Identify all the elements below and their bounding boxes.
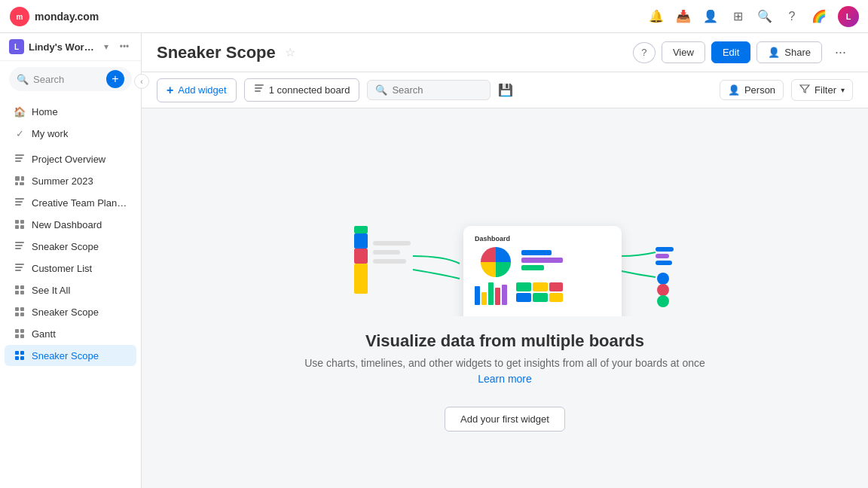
user-avatar[interactable]: L: [838, 6, 859, 27]
main-layout: L Lindy's Worksp... ▾ ••• 🔍 Search + 🏠: [0, 33, 868, 488]
learn-more-link[interactable]: Learn more: [478, 373, 532, 385]
svg-rect-31: [20, 329, 24, 333]
svg-rect-63: [533, 293, 548, 302]
toolbar: + Add widget 1 connected board 🔍 💾 👤 Per…: [142, 72, 868, 108]
search-input[interactable]: [392, 84, 482, 96]
sidebar-item-my-work-label: My work: [32, 128, 68, 139]
sidebar-item-project-overview[interactable]: Project Overview: [5, 148, 136, 169]
sidebar-item-sneaker-scope-1-label: Sneaker Scope: [32, 241, 99, 252]
svg-rect-33: [20, 334, 24, 338]
svg-rect-40: [255, 90, 261, 92]
svg-rect-35: [20, 351, 24, 355]
rainbow-icon[interactable]: 🌈: [811, 8, 827, 25]
sidebar-item-creative-team[interactable]: Creative Team Planning: [5, 192, 136, 213]
sidebar-workspace-name: Lindy's Worksp...: [29, 41, 94, 53]
filter-button[interactable]: Filter ▾: [791, 79, 853, 101]
sidebar-item-gantt[interactable]: Gantt: [5, 323, 136, 344]
svg-rect-7: [15, 182, 18, 185]
sidebar-add-button[interactable]: +: [106, 70, 124, 88]
search-icon[interactable]: 🔍: [756, 8, 773, 25]
add-first-widget-button[interactable]: Add your first widget: [445, 407, 565, 432]
bell-icon[interactable]: 🔔: [648, 8, 665, 25]
svg-rect-61: [549, 282, 563, 291]
svg-rect-44: [354, 226, 368, 233]
sidebar-item-sneaker-scope-1[interactable]: Sneaker Scope: [5, 236, 136, 257]
grid-icon-gantt: [14, 328, 26, 340]
svg-rect-3: [15, 157, 23, 159]
plus-icon: +: [167, 84, 173, 97]
sidebar-item-summer-2023-label: Summer 2023: [32, 175, 93, 187]
sidebar-search-box[interactable]: 🔍 Search +: [9, 67, 132, 91]
svg-rect-20: [15, 267, 23, 268]
sidebar-item-summer-2023[interactable]: Summer 2023: [5, 170, 136, 191]
sidebar-item-home[interactable]: 🏠 Home: [5, 101, 136, 122]
empty-state-title: Visualize data from multiple boards: [304, 331, 705, 351]
person-label: Person: [744, 84, 775, 96]
topbar-icons: 🔔 📥 👤 ⊞ 🔍 ? 🌈 L: [648, 6, 859, 27]
empty-state-description: Use charts, timelines, and other widgets…: [304, 357, 705, 369]
svg-rect-4: [15, 160, 21, 162]
apps-icon[interactable]: ⊞: [729, 8, 746, 25]
svg-rect-19: [15, 264, 24, 265]
edit-button[interactable]: Edit: [711, 41, 750, 63]
save-icon[interactable]: 💾: [498, 83, 513, 97]
sidebar-search-icon: 🔍: [17, 74, 29, 85]
sidebar-item-sneaker-scope-2-label: Sneaker Scope: [32, 307, 99, 318]
svg-rect-24: [15, 291, 19, 294]
person-filter-button[interactable]: 👤 Person: [720, 80, 784, 100]
svg-rect-56: [488, 282, 494, 305]
page-star-icon[interactable]: ☆: [285, 45, 295, 59]
svg-rect-16: [15, 242, 24, 243]
sidebar-item-customer-list[interactable]: Customer List: [5, 258, 136, 279]
svg-rect-15: [20, 225, 24, 229]
dashboard-illustration: Dashboard: [324, 166, 686, 316]
connected-board-button[interactable]: 1 connected board: [244, 78, 360, 102]
dashboard-icon-summer: [14, 175, 26, 187]
sidebar-item-new-dashboard-label: New Dashboard: [32, 219, 102, 230]
sidebar-item-sneaker-scope-2[interactable]: Sneaker Scope: [5, 301, 136, 322]
sidebar-chevron-down-icon[interactable]: ▾: [99, 39, 114, 54]
toolbar-search-icon: 🔍: [375, 84, 387, 96]
add-widget-button[interactable]: + Add widget: [157, 78, 237, 102]
svg-rect-38: [255, 84, 264, 86]
svg-rect-6: [21, 176, 24, 181]
svg-rect-59: [516, 282, 531, 291]
svg-rect-8: [20, 182, 24, 185]
sidebar-search-area: 🔍 Search +: [0, 61, 141, 97]
svg-rect-52: [521, 258, 563, 263]
share-button[interactable]: 👤 Share: [756, 41, 822, 63]
svg-rect-10: [15, 201, 23, 203]
sidebar-item-sneaker-scope-3[interactable]: Sneaker Scope: [5, 345, 136, 366]
sidebar-item-see-it-all[interactable]: See It All: [5, 279, 136, 300]
workspace-badge: L: [9, 39, 24, 54]
sidebar-collapse-button[interactable]: ‹: [134, 74, 149, 89]
topbar: m monday.com 🔔 📥 👤 ⊞ 🔍 ? 🌈 L: [0, 0, 868, 33]
content-area: Sneaker Scope ☆ ? View Edit 👤 Share ··· …: [142, 33, 868, 488]
add-widget-label: Add widget: [178, 84, 226, 96]
svg-rect-32: [15, 334, 19, 338]
view-button[interactable]: View: [662, 41, 705, 63]
people-icon[interactable]: 👤: [702, 8, 719, 25]
svg-point-69: [657, 284, 669, 296]
svg-rect-2: [15, 154, 24, 156]
more-options-button[interactable]: ···: [828, 41, 853, 64]
help-icon[interactable]: ?: [784, 8, 800, 25]
connected-board-label: 1 connected board: [269, 84, 350, 96]
sidebar-item-new-dashboard[interactable]: New Dashboard: [5, 214, 136, 235]
help-circle-button[interactable]: ?: [633, 42, 656, 63]
svg-rect-17: [15, 245, 23, 246]
svg-rect-27: [20, 307, 24, 311]
svg-rect-60: [533, 282, 548, 291]
inbox-icon[interactable]: 📥: [675, 8, 692, 25]
toolbar-search-box[interactable]: 🔍: [367, 80, 491, 100]
board-icon-customer: [14, 262, 26, 274]
svg-rect-47: [373, 259, 406, 264]
svg-rect-36: [15, 356, 19, 360]
sidebar-more-icon[interactable]: •••: [117, 39, 132, 54]
filter-icon: [799, 84, 810, 96]
sidebar-workspace-header: L Lindy's Worksp... ▾ •••: [0, 33, 141, 61]
sidebar-item-my-work[interactable]: ✓ My work: [5, 123, 136, 144]
board-icon: [14, 153, 26, 165]
svg-rect-54: [475, 286, 480, 305]
home-icon: 🏠: [14, 105, 26, 117]
